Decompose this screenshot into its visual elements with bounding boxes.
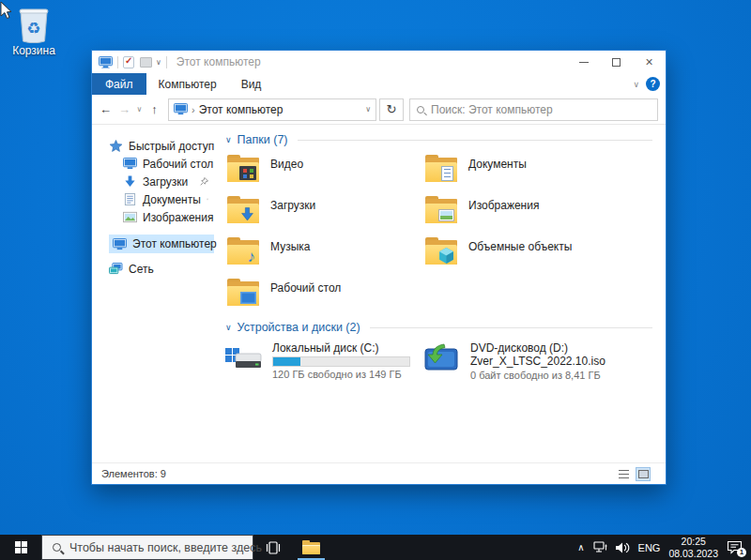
network-icon: [109, 263, 123, 275]
search-input[interactable]: Поиск: Этот компьютер: [409, 98, 658, 121]
divider: [370, 327, 652, 328]
forward-button[interactable]: →: [116, 102, 132, 116]
windows-logo-icon: [15, 541, 27, 553]
sidebar-item-label: Изображения: [143, 211, 213, 224]
ribbon-tabs: Файл Компьютер Вид ∨ ?: [92, 73, 666, 95]
sidebar-item-documents[interactable]: Документы: [92, 190, 216, 208]
close-button[interactable]: ×: [633, 51, 666, 73]
folder-tile-video[interactable]: Видео: [225, 153, 423, 194]
title-bar: ✓ ∨ Этот компьютер ×: [92, 51, 666, 73]
sidebar-item-label: Документы: [143, 193, 201, 206]
maximize-icon: [612, 58, 621, 67]
pin-icon: [207, 195, 208, 204]
cube-icon: [439, 248, 453, 264]
maximize-button[interactable]: [600, 51, 633, 73]
clock-time: 20:25: [668, 536, 718, 548]
details-view-button[interactable]: [616, 467, 631, 481]
folder-tile-3d-objects[interactable]: Объемные объекты: [423, 235, 621, 277]
collapse-chevron-icon[interactable]: ∨: [225, 323, 232, 332]
minimize-button[interactable]: [567, 51, 600, 73]
svg-text:♻: ♻: [26, 20, 40, 38]
sidebar-item-label: Рабочий стол: [143, 158, 213, 171]
help-button[interactable]: ?: [646, 77, 660, 91]
hard-drive-icon: [225, 341, 263, 373]
breadcrumb[interactable]: Этот компьютер: [199, 103, 284, 116]
start-button[interactable]: [0, 535, 41, 560]
download-arrow-icon: [240, 207, 254, 221]
language-indicator[interactable]: ENG: [638, 542, 661, 553]
sidebar-item-this-pc[interactable]: Этот компьютер: [109, 235, 214, 253]
sidebar-item-label: Сеть: [129, 263, 154, 276]
folder-tile-music[interactable]: ♪ Музыка: [225, 235, 423, 277]
folder-tile-downloads[interactable]: Загрузки: [225, 194, 423, 235]
divider: [298, 140, 653, 141]
collapse-chevron-icon[interactable]: ∨: [225, 135, 232, 144]
new-folder-quick-icon[interactable]: [140, 57, 152, 68]
folder-tile-documents[interactable]: Документы: [423, 153, 621, 194]
show-hidden-icons-chevron-icon[interactable]: ∧: [577, 542, 584, 552]
check-icon: ✓: [125, 55, 132, 66]
sidebar-item-desktop[interactable]: Рабочий стол: [92, 155, 216, 173]
taskbar: Чтобы начать поиск, введите здесь ∧ ENG …: [0, 535, 751, 560]
details-view-icon: [619, 470, 629, 478]
clock-date: 08.03.2023: [668, 548, 718, 560]
up-button[interactable]: ↑: [146, 102, 162, 116]
picture-icon: [123, 211, 137, 223]
folder-tile-pictures[interactable]: Изображения: [423, 194, 621, 235]
tab-view[interactable]: Вид: [229, 73, 274, 95]
refresh-icon: ↻: [387, 102, 397, 116]
folder-tile-desktop[interactable]: Рабочий стол: [225, 277, 423, 318]
document-icon: [123, 193, 137, 205]
large-icons-view-button[interactable]: [636, 467, 651, 481]
status-bar: Элементов: 9: [92, 462, 666, 484]
music-folder-icon: ♪: [227, 237, 259, 265]
refresh-button[interactable]: ↻: [379, 98, 404, 121]
sidebar-item-label: Быстрый доступ: [129, 140, 214, 153]
explorer-window: ✓ ∨ Этот компьютер × Файл Компьютер Вид …: [91, 50, 667, 485]
folders-section-header[interactable]: ∨ Папки (7): [225, 132, 652, 147]
recent-locations-chevron-icon[interactable]: ∨: [135, 105, 144, 114]
address-bar[interactable]: › Этот компьютер ∨: [168, 98, 376, 121]
tab-computer[interactable]: Компьютер: [146, 73, 229, 95]
drive-free-space: 120 ГБ свободно из 149 ГБ: [272, 369, 410, 380]
files-panel: ∨ Папки (7) Видео Документы Загрузки: [216, 125, 666, 462]
sidebar-item-network[interactable]: Сеть: [92, 260, 216, 278]
network-tray-icon[interactable]: [593, 541, 607, 553]
search-icon: [53, 543, 61, 552]
star-icon: [109, 140, 123, 152]
dvd-drive-tile[interactable]: DVD-дисковод (D:) Zver_X_LTSC_2022.10.is…: [423, 341, 621, 385]
drive-name: Локальный диск (C:): [272, 341, 410, 355]
sidebar-item-label: Загрузки: [143, 175, 188, 189]
action-center-button[interactable]: 1: [727, 540, 743, 555]
sidebar-item-quick-access[interactable]: Быстрый доступ: [92, 137, 216, 155]
file-explorer-icon: [302, 540, 320, 554]
recycle-bin-icon: ♻: [17, 6, 51, 43]
drive-name: DVD-дисковод (D:): [470, 341, 605, 355]
customize-toolbar-chevron-icon[interactable]: ∨: [156, 58, 161, 67]
devices-section-header[interactable]: ∨ Устройства и диски (2): [225, 320, 652, 335]
sidebar-item-downloads[interactable]: Загрузки: [92, 173, 216, 190]
back-button[interactable]: ←: [98, 102, 114, 116]
volume-tray-icon[interactable]: [616, 542, 630, 553]
section-title: Устройства и диски (2): [238, 321, 360, 334]
taskbar-clock[interactable]: 20:25 08.03.2023: [668, 536, 718, 559]
disk-usage-bar: [272, 356, 410, 367]
task-view-button[interactable]: [253, 535, 292, 560]
tab-file[interactable]: Файл: [92, 73, 146, 95]
large-icons-view-icon: [638, 470, 649, 478]
taskbar-search-input[interactable]: Чтобы начать поиск, введите здесь: [41, 535, 253, 560]
expand-ribbon-chevron-icon[interactable]: ∨: [633, 80, 639, 89]
folders-grid: Видео Документы Загрузки Изображения: [225, 153, 652, 318]
this-pc-window-icon: [99, 56, 113, 68]
sidebar-item-pictures[interactable]: Изображения: [92, 208, 216, 226]
sidebar-item-label: Этот компьютер: [132, 237, 217, 250]
pin-icon: [200, 177, 208, 186]
task-view-icon: [266, 541, 281, 554]
properties-quick-icon[interactable]: ✓: [123, 56, 134, 68]
system-tray: ∧ ENG 20:25 08.03.2023 1: [577, 535, 751, 560]
file-explorer-taskbar-button[interactable]: [292, 535, 330, 560]
this-pc-icon: [113, 238, 127, 250]
desktop-folder-icon: [227, 279, 259, 306]
address-dropdown-chevron-icon[interactable]: ∨: [365, 105, 371, 114]
drive-c-tile[interactable]: Локальный диск (C:) 120 ГБ свободно из 1…: [225, 341, 423, 385]
